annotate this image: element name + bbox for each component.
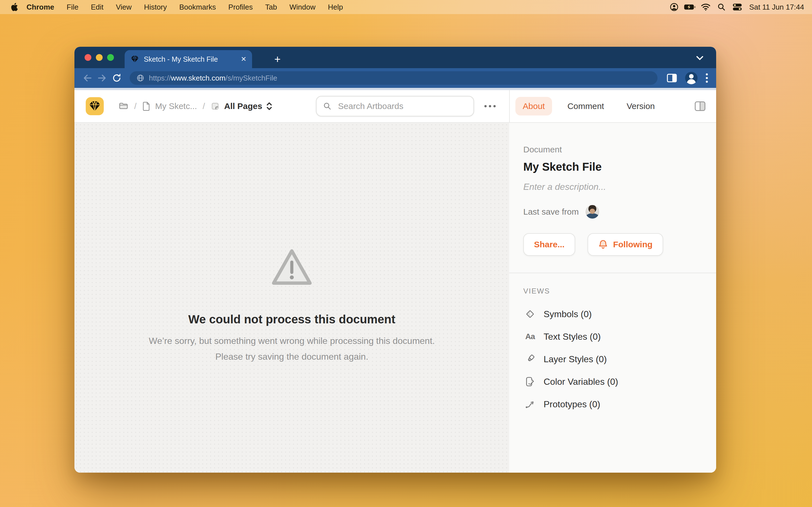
error-line-1: We’re sorry, but something went wrong wh… <box>149 333 435 349</box>
close-window-button[interactable] <box>85 54 91 61</box>
user-account-icon[interactable] <box>668 2 680 12</box>
view-item-symbols[interactable]: Symbols (0) <box>523 303 702 325</box>
search-artboards-box[interactable] <box>316 96 474 117</box>
forward-button[interactable] <box>95 71 109 86</box>
menu-clock[interactable]: Sat 11 Jun 17:44 <box>749 3 804 11</box>
symbols-icon <box>523 308 537 320</box>
pages-selector-label[interactable]: All Pages <box>224 101 262 111</box>
menu-history[interactable]: History <box>138 0 173 14</box>
project-folder-icon[interactable] <box>118 101 129 111</box>
tab-strip: Sketch - My Sketch File ✕ + <box>74 47 716 68</box>
layer-styles-icon <box>523 353 537 365</box>
last-save-label: Last save from <box>523 207 579 217</box>
breadcrumb-file-name[interactable]: My Sketc... <box>155 101 197 111</box>
document-title: My Sketch File <box>523 161 702 173</box>
views-list: Symbols (0) Aa Text Styles (0) Layer Sty… <box>523 303 702 415</box>
control-center-icon[interactable] <box>731 2 744 12</box>
last-save-avatar <box>586 205 599 219</box>
document-section-label: Document <box>523 145 702 154</box>
following-label: Following <box>613 240 652 249</box>
breadcrumb-separator: / <box>203 101 205 111</box>
url-scheme: https:// <box>149 74 171 82</box>
pages-thumbnail-icon <box>211 102 220 111</box>
panel-toggle-icon[interactable] <box>694 101 706 112</box>
canvas-area: We could not process this document We’re… <box>74 123 509 473</box>
browser-profile-avatar[interactable] <box>685 72 698 84</box>
sketch-logo[interactable] <box>86 97 104 115</box>
url-text: https://www.sketch.com/s/mySketchFile <box>149 74 277 82</box>
spotlight-search-icon[interactable] <box>715 2 728 12</box>
menu-window[interactable]: Window <box>283 0 321 14</box>
description-placeholder[interactable]: Enter a description... <box>523 182 702 192</box>
tab-title: Sketch - My Sketch File <box>144 55 236 63</box>
tab-comment[interactable]: Comment <box>560 97 611 115</box>
text-styles-icon: Aa <box>523 332 537 341</box>
address-bar[interactable]: https://www.sketch.com/s/mySketchFile <box>130 71 658 85</box>
desktop: Chrome File Edit View History Bookmarks … <box>0 0 812 507</box>
wifi-icon[interactable] <box>700 2 712 12</box>
apple-menu-icon[interactable] <box>8 2 20 12</box>
menu-profiles[interactable]: Profiles <box>222 0 259 14</box>
panel-tab-bar: About Comment Version <box>509 90 716 122</box>
breadcrumb: / My Sketc... / All Pages <box>118 101 272 111</box>
tab-about[interactable]: About <box>515 97 552 115</box>
browser-menu-kebab-icon[interactable] <box>705 73 708 83</box>
sketch-favicon-icon <box>130 55 139 64</box>
search-icon <box>323 102 332 111</box>
menu-bookmarks[interactable]: Bookmarks <box>173 0 222 14</box>
prototypes-icon <box>523 399 537 410</box>
back-button[interactable] <box>80 71 95 86</box>
about-panel: Document My Sketch File Enter a descript… <box>509 123 716 473</box>
side-panel-icon[interactable] <box>666 73 677 83</box>
bell-icon <box>598 239 608 249</box>
menu-app-name[interactable]: Chrome <box>20 0 60 14</box>
minimize-window-button[interactable] <box>96 54 103 61</box>
share-button[interactable]: Share... <box>523 233 575 256</box>
error-message: We’re sorry, but something went wrong wh… <box>149 333 435 364</box>
color-variables-icon <box>523 376 537 387</box>
document-file-icon <box>142 101 151 111</box>
tab-version[interactable]: Version <box>619 97 662 115</box>
views-section-label: VIEWS <box>523 287 702 295</box>
browser-tab[interactable]: Sketch - My Sketch File ✕ <box>124 50 252 68</box>
menu-view[interactable]: View <box>110 0 138 14</box>
tab-search-chevron-icon[interactable] <box>696 52 704 63</box>
view-item-prototypes[interactable]: Prototypes (0) <box>523 393 702 415</box>
menu-edit[interactable]: Edit <box>85 0 110 14</box>
new-tab-button[interactable]: + <box>269 50 286 68</box>
reload-button[interactable] <box>109 71 124 86</box>
macos-menu-bar: Chrome File Edit View History Bookmarks … <box>0 0 812 14</box>
sketch-toolbar: / My Sketc... / All Pages <box>74 90 716 123</box>
pages-selector-chevrons-icon[interactable] <box>266 102 272 111</box>
zoom-window-button[interactable] <box>107 54 114 61</box>
breadcrumb-separator: / <box>134 101 137 111</box>
menu-tab[interactable]: Tab <box>259 0 283 14</box>
tab-close-icon[interactable]: ✕ <box>241 55 246 63</box>
site-info-globe-icon[interactable] <box>137 74 144 82</box>
error-title: We could not process this document <box>188 313 395 326</box>
error-line-2: Please try saving the document again. <box>149 349 435 364</box>
view-item-layer-styles[interactable]: Layer Styles (0) <box>523 348 702 371</box>
url-domain: www.sketch.com <box>171 74 225 82</box>
browser-window: Sketch - My Sketch File ✕ + <box>74 47 716 473</box>
more-options-icon[interactable] <box>485 105 496 107</box>
menu-help[interactable]: Help <box>322 0 349 14</box>
view-item-text-styles[interactable]: Aa Text Styles (0) <box>523 325 702 348</box>
view-item-color-variables[interactable]: Color Variables (0) <box>523 371 702 393</box>
search-artboards-input[interactable] <box>337 101 458 112</box>
url-path: /s/mySketchFile <box>225 74 277 82</box>
following-button[interactable]: Following <box>588 233 663 256</box>
warning-triangle-icon <box>270 248 313 288</box>
page-top-band <box>74 88 716 90</box>
battery-charging-icon[interactable] <box>684 2 696 12</box>
menu-file[interactable]: File <box>60 0 85 14</box>
browser-toolbar: https://www.sketch.com/s/mySketchFile <box>74 68 716 88</box>
sidebar-divider <box>509 273 716 273</box>
